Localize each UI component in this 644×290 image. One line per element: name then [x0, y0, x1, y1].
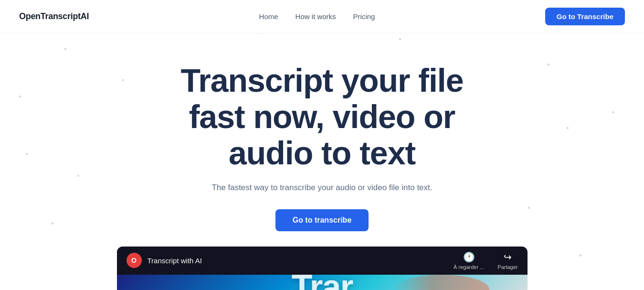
- hero-title: Transcript your file fast now, video or …: [155, 62, 489, 171]
- header-cta-button[interactable]: Go to Transcribe: [545, 8, 625, 25]
- hero-subtitle: The fastest way to transcribe your audio…: [211, 182, 432, 194]
- clock-icon: 🕐: [463, 251, 475, 263]
- video-action-share[interactable]: ↪ Partager: [497, 251, 517, 270]
- video-avatar: O: [127, 253, 142, 268]
- share-icon: ↪: [504, 251, 512, 263]
- navigation: Home How it works Pricing: [259, 12, 375, 21]
- logo: OpenTranscriptAI: [19, 11, 89, 21]
- nav-item-home[interactable]: Home: [259, 12, 278, 21]
- nav-item-how-it-works[interactable]: How it works: [296, 12, 336, 21]
- video-action-watch[interactable]: 🕐 À regarder ...: [454, 251, 484, 270]
- share-label: Partager: [497, 264, 517, 270]
- video-top-bar: O Transcript with AI 🕐 À regarder ... ↪ …: [117, 247, 528, 275]
- video-face-silhouette: [394, 275, 489, 290]
- nav-item-pricing[interactable]: Pricing: [353, 12, 375, 21]
- video-title: Transcript with AI: [148, 257, 202, 265]
- video-big-text: Trar: [291, 275, 352, 290]
- watch-label: À regarder ...: [454, 264, 484, 270]
- header: OpenTranscriptAI Home How it works Prici…: [0, 0, 644, 33]
- hero-section: Transcript your file fast now, video or …: [0, 33, 644, 290]
- video-content: Trar: [117, 275, 528, 290]
- hero-cta-button[interactable]: Go to transcribe: [275, 209, 369, 231]
- video-preview: O Transcript with AI 🕐 À regarder ... ↪ …: [117, 247, 528, 290]
- video-left: O Transcript with AI: [127, 253, 202, 268]
- video-actions: 🕐 À regarder ... ↪ Partager: [454, 251, 517, 270]
